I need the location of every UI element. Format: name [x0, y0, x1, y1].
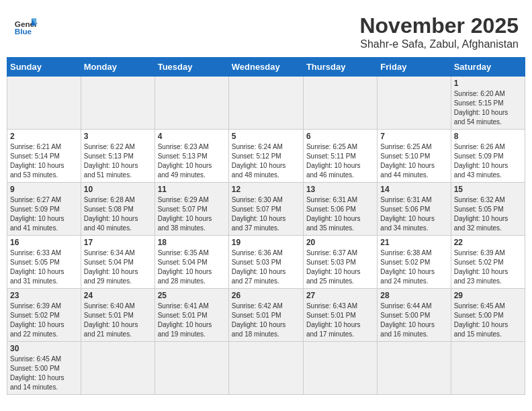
calendar-cell [303, 77, 377, 130]
calendar-cell: 14Sunrise: 6:31 AM Sunset: 5:06 PM Dayli… [378, 183, 451, 236]
day-number: 26 [232, 291, 300, 300]
day-info: Sunrise: 6:26 AM Sunset: 5:09 PM Dayligh… [454, 142, 522, 180]
day-info: Sunrise: 6:38 AM Sunset: 5:02 PM Dayligh… [380, 248, 447, 286]
day-number: 15 [454, 185, 522, 194]
calendar-cell: 25Sunrise: 6:41 AM Sunset: 5:01 PM Dayli… [154, 289, 228, 342]
calendar-cell: 21Sunrise: 6:38 AM Sunset: 5:02 PM Dayli… [378, 236, 451, 289]
day-number: 21 [380, 238, 447, 247]
calendar-cell: 23Sunrise: 6:39 AM Sunset: 5:02 PM Dayli… [7, 289, 81, 342]
calendar-cell [378, 77, 451, 130]
day-number: 30 [10, 344, 78, 353]
calendar-cell: 11Sunrise: 6:29 AM Sunset: 5:07 PM Dayli… [154, 183, 228, 236]
day-number: 2 [10, 132, 78, 141]
logo-icon: General Blue [13, 13, 38, 38]
calendar-cell: 1Sunrise: 6:20 AM Sunset: 5:15 PM Daylig… [451, 77, 525, 130]
calendar-cell: 15Sunrise: 6:32 AM Sunset: 5:05 PM Dayli… [451, 183, 525, 236]
calendar-cell: 22Sunrise: 6:39 AM Sunset: 5:02 PM Dayli… [451, 236, 525, 289]
location-title: Shahr-e Safa, Zabul, Afghanistan [359, 38, 519, 50]
svg-text:Blue: Blue [15, 27, 32, 36]
day-number: 27 [306, 291, 374, 300]
day-info: Sunrise: 6:21 AM Sunset: 5:14 PM Dayligh… [10, 142, 78, 180]
calendar-cell: 9Sunrise: 6:27 AM Sunset: 5:09 PM Daylig… [7, 183, 81, 236]
calendar-week-3: 9Sunrise: 6:27 AM Sunset: 5:09 PM Daylig… [7, 183, 525, 236]
day-number: 18 [158, 238, 226, 247]
calendar-cell [81, 342, 154, 395]
weekday-header-friday: Friday [378, 58, 451, 77]
day-info: Sunrise: 6:32 AM Sunset: 5:05 PM Dayligh… [454, 195, 522, 233]
day-info: Sunrise: 6:25 AM Sunset: 5:11 PM Dayligh… [306, 142, 374, 180]
day-number: 28 [380, 291, 447, 300]
weekday-header-wednesday: Wednesday [228, 58, 303, 77]
day-number: 8 [454, 132, 522, 141]
calendar-cell: 26Sunrise: 6:42 AM Sunset: 5:01 PM Dayli… [228, 289, 303, 342]
calendar-cell: 24Sunrise: 6:40 AM Sunset: 5:01 PM Dayli… [81, 289, 154, 342]
day-number: 14 [380, 185, 447, 194]
day-info: Sunrise: 6:27 AM Sunset: 5:09 PM Dayligh… [10, 195, 78, 233]
day-info: Sunrise: 6:41 AM Sunset: 5:01 PM Dayligh… [158, 302, 226, 339]
calendar-cell: 20Sunrise: 6:37 AM Sunset: 5:03 PM Dayli… [303, 236, 377, 289]
day-info: Sunrise: 6:36 AM Sunset: 5:03 PM Dayligh… [232, 248, 300, 286]
day-info: Sunrise: 6:22 AM Sunset: 5:13 PM Dayligh… [84, 142, 152, 180]
calendar-cell: 4Sunrise: 6:23 AM Sunset: 5:13 PM Daylig… [154, 130, 228, 183]
calendar-cell [154, 77, 228, 130]
weekday-header-row: SundayMondayTuesdayWednesdayThursdayFrid… [7, 58, 525, 77]
calendar-cell: 27Sunrise: 6:43 AM Sunset: 5:01 PM Dayli… [303, 289, 377, 342]
weekday-header-sunday: Sunday [7, 58, 81, 77]
day-number: 5 [232, 132, 300, 141]
calendar-cell: 28Sunrise: 6:44 AM Sunset: 5:00 PM Dayli… [378, 289, 451, 342]
weekday-header-thursday: Thursday [303, 58, 377, 77]
day-number: 7 [380, 132, 447, 141]
day-info: Sunrise: 6:23 AM Sunset: 5:13 PM Dayligh… [158, 142, 226, 180]
month-title: November 2025 [359, 13, 519, 38]
calendar-cell [378, 342, 451, 395]
day-info: Sunrise: 6:31 AM Sunset: 5:06 PM Dayligh… [306, 195, 374, 233]
calendar-cell [81, 77, 154, 130]
calendar-cell [228, 77, 303, 130]
day-number: 16 [10, 238, 78, 247]
day-info: Sunrise: 6:45 AM Sunset: 5:00 PM Dayligh… [454, 302, 522, 339]
calendar-week-4: 16Sunrise: 6:33 AM Sunset: 5:05 PM Dayli… [7, 236, 525, 289]
calendar-week-5: 23Sunrise: 6:39 AM Sunset: 5:02 PM Dayli… [7, 289, 525, 342]
day-number: 12 [232, 185, 300, 194]
day-info: Sunrise: 6:29 AM Sunset: 5:07 PM Dayligh… [158, 195, 226, 233]
calendar-cell: 7Sunrise: 6:25 AM Sunset: 5:10 PM Daylig… [378, 130, 451, 183]
calendar-cell: 10Sunrise: 6:28 AM Sunset: 5:08 PM Dayli… [81, 183, 154, 236]
calendar-cell [7, 77, 81, 130]
day-info: Sunrise: 6:35 AM Sunset: 5:04 PM Dayligh… [158, 248, 226, 286]
logo: General Blue [13, 13, 38, 38]
day-number: 11 [158, 185, 226, 194]
day-number: 6 [306, 132, 374, 141]
calendar-cell [451, 342, 525, 395]
calendar-cell: 12Sunrise: 6:30 AM Sunset: 5:07 PM Dayli… [228, 183, 303, 236]
calendar-cell: 17Sunrise: 6:34 AM Sunset: 5:04 PM Dayli… [81, 236, 154, 289]
day-number: 20 [306, 238, 374, 247]
day-number: 29 [454, 291, 522, 300]
day-info: Sunrise: 6:30 AM Sunset: 5:07 PM Dayligh… [232, 195, 300, 233]
day-info: Sunrise: 6:45 AM Sunset: 5:00 PM Dayligh… [10, 355, 78, 392]
calendar-cell [303, 342, 377, 395]
day-number: 17 [84, 238, 152, 247]
weekday-header-saturday: Saturday [451, 58, 525, 77]
calendar-cell: 30Sunrise: 6:45 AM Sunset: 5:00 PM Dayli… [7, 342, 81, 395]
calendar-week-1: 1Sunrise: 6:20 AM Sunset: 5:15 PM Daylig… [7, 77, 525, 130]
day-info: Sunrise: 6:31 AM Sunset: 5:06 PM Dayligh… [380, 195, 447, 233]
calendar-cell: 16Sunrise: 6:33 AM Sunset: 5:05 PM Dayli… [7, 236, 81, 289]
day-info: Sunrise: 6:44 AM Sunset: 5:00 PM Dayligh… [380, 302, 447, 339]
calendar-cell: 2Sunrise: 6:21 AM Sunset: 5:14 PM Daylig… [7, 130, 81, 183]
weekday-header-tuesday: Tuesday [154, 58, 228, 77]
day-info: Sunrise: 6:42 AM Sunset: 5:01 PM Dayligh… [232, 302, 300, 339]
calendar-cell: 6Sunrise: 6:25 AM Sunset: 5:11 PM Daylig… [303, 130, 377, 183]
calendar-cell: 3Sunrise: 6:22 AM Sunset: 5:13 PM Daylig… [81, 130, 154, 183]
day-number: 22 [454, 238, 522, 247]
day-info: Sunrise: 6:25 AM Sunset: 5:10 PM Dayligh… [380, 142, 447, 180]
day-number: 3 [84, 132, 152, 141]
day-info: Sunrise: 6:28 AM Sunset: 5:08 PM Dayligh… [84, 195, 152, 233]
calendar-cell [228, 342, 303, 395]
day-info: Sunrise: 6:20 AM Sunset: 5:15 PM Dayligh… [454, 89, 522, 127]
calendar-cell: 29Sunrise: 6:45 AM Sunset: 5:00 PM Dayli… [451, 289, 525, 342]
day-number: 4 [158, 132, 226, 141]
calendar-cell: 5Sunrise: 6:24 AM Sunset: 5:12 PM Daylig… [228, 130, 303, 183]
day-number: 25 [158, 291, 226, 300]
day-info: Sunrise: 6:39 AM Sunset: 5:02 PM Dayligh… [454, 248, 522, 286]
day-info: Sunrise: 6:24 AM Sunset: 5:12 PM Dayligh… [232, 142, 300, 180]
